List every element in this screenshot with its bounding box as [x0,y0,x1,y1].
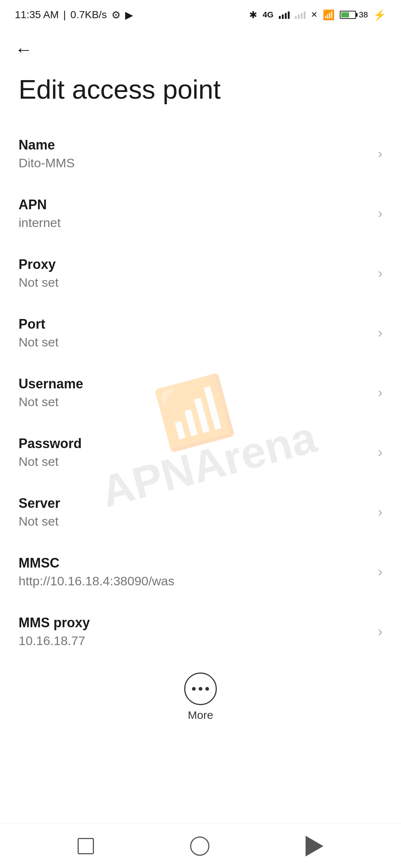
settings-label-apn: APN [19,197,371,213]
chevron-right-icon-server: › [378,504,382,520]
chevron-right-icon-mmsc: › [378,564,382,580]
signal-bars-2 [295,11,306,19]
time-display: 11:35 AM [15,9,59,21]
settings-label-name: Name [19,137,371,153]
settings-icon: ⚙ [111,9,121,21]
settings-label-mms-proxy: MMS proxy [19,615,371,631]
settings-item-server[interactable]: Server Not set › [0,482,401,542]
status-left: 11:35 AM | 0.7KB/s ⚙ ▶ [15,9,133,21]
settings-list: Name Dito-MMS › APN internet › Proxy Not… [0,124,401,661]
settings-label-proxy: Proxy [19,257,371,272]
chevron-right-icon-password: › [378,445,382,460]
settings-value-port: Not set [19,335,371,349]
chevron-right-icon-mms-proxy: › [378,624,382,640]
bluetooth-icon: ✱ [249,9,257,21]
signal-bars-1 [279,11,290,19]
dot-1 [192,687,196,691]
chevron-right-icon-apn: › [378,206,382,221]
settings-value-mms-proxy: 10.16.18.77 [19,634,371,648]
settings-value-mmsc: http://10.16.18.4:38090/was [19,574,371,588]
settings-label-password: Password [19,436,371,451]
top-navigation: ← [0,30,401,66]
no-signal-icon: ✕ [311,10,317,20]
data-speed: 0.7KB/s [71,9,107,21]
nav-recents-button[interactable] [78,838,94,854]
speed-display: | [63,9,66,21]
more-section: More [0,661,401,729]
nav-back-button[interactable] [306,836,323,857]
settings-item-proxy[interactable]: Proxy Not set › [0,243,401,303]
bottom-nav [0,823,401,868]
back-button[interactable]: ← [15,41,386,59]
more-circle-icon [184,673,217,705]
settings-item-apn[interactable]: APN internet › [0,184,401,243]
back-arrow-icon: ← [15,41,33,59]
settings-value-apn: internet [19,216,371,230]
settings-value-name: Dito-MMS [19,156,371,170]
wifi-icon: 📶 [323,9,335,21]
settings-item-username[interactable]: Username Not set › [0,363,401,423]
charging-icon: ⚡ [373,9,386,21]
more-label: More [188,709,213,721]
settings-label-username: Username [19,376,371,392]
settings-item-mms-proxy[interactable]: MMS proxy 10.16.18.77 › [0,602,401,661]
settings-label-server: Server [19,496,371,511]
chevron-right-icon-proxy: › [378,266,382,281]
recents-icon [78,838,94,854]
settings-label-mmsc: MMSC [19,555,371,571]
network-4g-icon: 4G [263,10,273,20]
dot-3 [205,687,209,691]
settings-item-port[interactable]: Port Not set › [0,303,401,363]
home-icon [190,836,209,856]
chevron-right-icon-username: › [378,385,382,401]
settings-label-port: Port [19,316,371,332]
more-dots-icon [192,687,209,691]
battery-indicator: 38 [340,10,368,20]
chevron-right-icon-name: › [378,146,382,162]
chevron-right-icon-port: › [378,325,382,341]
settings-value-server: Not set [19,514,371,529]
page-title: Edit access point [0,66,401,124]
video-icon: ▶ [125,9,133,21]
settings-item-mmsc[interactable]: MMSC http://10.16.18.4:38090/was › [0,542,401,602]
settings-value-username: Not set [19,395,371,409]
dot-2 [199,687,202,691]
more-button[interactable]: More [184,673,217,721]
back-triangle-icon [306,836,323,857]
settings-value-password: Not set [19,454,371,469]
settings-item-name[interactable]: Name Dito-MMS › [0,124,401,184]
status-right: ✱ 4G ✕ 📶 38 ⚡ [249,9,386,21]
settings-value-proxy: Not set [19,275,371,290]
nav-home-button[interactable] [190,836,209,856]
settings-item-password[interactable]: Password Not set › [0,423,401,482]
status-bar: 11:35 AM | 0.7KB/s ⚙ ▶ ✱ 4G ✕ 📶 38 ⚡ [0,0,401,30]
